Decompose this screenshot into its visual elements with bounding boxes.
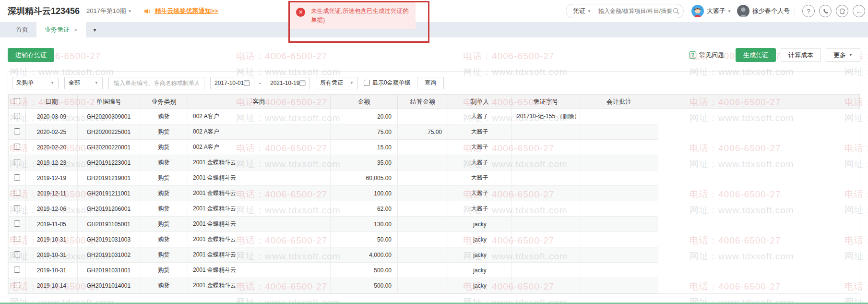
checkbox[interactable]: [364, 80, 370, 86]
inventory-voucher-button[interactable]: 进销存凭证: [8, 48, 54, 62]
accounting-period-select[interactable]: 2017年第10期▼: [86, 7, 131, 15]
global-search[interactable]: 凭证▼: [566, 4, 684, 18]
row-filler: [658, 217, 860, 232]
cell-amount: 75.00: [331, 124, 398, 140]
calc-cost-button[interactable]: 计算成本: [781, 48, 821, 62]
row-filler: [658, 201, 860, 217]
row-select-cell: [9, 124, 26, 140]
column-header-0: 日期: [26, 95, 78, 109]
row-select-cell: [9, 232, 26, 247]
cell-voucher_no: [512, 247, 580, 263]
row-checkbox[interactable]: [14, 113, 20, 119]
row-select-cell: [9, 263, 26, 278]
cell-note: [580, 109, 658, 124]
cell-customer: 002 A客户: [188, 140, 331, 155]
row-select-cell: [9, 155, 26, 170]
search-input[interactable]: [598, 8, 673, 14]
phone-icon[interactable]: [819, 5, 832, 17]
table-row: 2019-12-23GH20191223001购货2001 金蝶精斗云35.00…: [9, 155, 860, 170]
row-filler: [658, 186, 860, 201]
cell-amount: 100.00: [331, 186, 398, 201]
error-message: 未生成凭证,所选包含已生成过凭证的单据): [311, 7, 409, 25]
tab-home[interactable]: 首页: [8, 22, 36, 37]
cell-biz_type: 购货: [140, 170, 188, 186]
row-checkbox[interactable]: [14, 174, 20, 181]
column-header-1: 单据编号: [78, 95, 140, 109]
shirt-icon[interactable]: [836, 5, 848, 17]
cell-doc_no: GH20191031003: [78, 232, 140, 247]
cell-note: [580, 140, 658, 155]
search-icon[interactable]: [673, 8, 680, 15]
row-checkbox[interactable]: [14, 220, 20, 227]
keyword-input[interactable]: [108, 77, 204, 89]
error-toast: ✕ 未生成凭证,所选包含已生成过凭证的单据): [290, 2, 416, 29]
cell-voucher_no: 201710-记-155 （删除）: [512, 109, 580, 124]
toolbar: 进销存凭证 ? 常见问题 生成凭证 计算成本 更多▼: [0, 37, 868, 62]
company-name: 深圳精斗云123456: [8, 5, 80, 17]
row-checkbox[interactable]: [14, 190, 20, 196]
query-button[interactable]: 查询: [417, 77, 444, 89]
content-panel: 采购单▼ 全部▼ 2017-10-01 - 2021-10-19 所有凭证▼ 显…: [8, 71, 860, 294]
cell-customer: 002 A客户: [188, 124, 331, 140]
cell-biz_type: 购货: [140, 263, 188, 278]
row-checkbox[interactable]: [14, 205, 20, 211]
filter-bar: 采购单▼ 全部▼ 2017-10-01 - 2021-10-19 所有凭证▼ 显…: [8, 72, 860, 94]
faq-link[interactable]: ? 常见问题: [689, 51, 724, 60]
table-row: 2019-12-06GH20191206001购货2001 金蝶精斗云62.00…: [9, 201, 860, 217]
cell-settled: [398, 155, 448, 170]
date-to-input[interactable]: 2021-10-19: [266, 77, 310, 89]
row-checkbox[interactable]: [14, 128, 20, 134]
row-checkbox[interactable]: [14, 251, 20, 257]
row-checkbox[interactable]: [14, 144, 20, 150]
tab-business-voucher[interactable]: 业务凭证 ×: [36, 22, 86, 37]
column-header-8: 会计批注: [580, 95, 658, 109]
cell-settled: [398, 247, 448, 263]
user-secondary-name: 徐少春个人号: [752, 7, 790, 15]
show-zero-checkbox[interactable]: 显示0金额单据: [364, 79, 410, 87]
date-from-input[interactable]: 2017-10-01: [210, 77, 254, 89]
generate-voucher-button[interactable]: 生成凭证: [736, 48, 776, 62]
doc-type-select[interactable]: 采购单▼: [12, 77, 59, 89]
more-button[interactable]: 更多▼: [826, 48, 860, 62]
cell-customer: 2001 金蝶精斗云: [188, 263, 331, 278]
cell-customer: 2001 金蝶精斗云: [188, 278, 331, 293]
category-select[interactable]: 全部▼: [64, 77, 103, 89]
date-range-dash: -: [259, 80, 261, 86]
select-all-checkbox[interactable]: [14, 98, 20, 104]
cell-settled: [398, 140, 448, 155]
help-icon[interactable]: ?: [802, 5, 815, 17]
voucher-state-select[interactable]: 所有凭证▼: [316, 77, 358, 89]
promo-link[interactable]: 精斗云续签优惠通知>>: [155, 7, 218, 15]
annotation-rectangle: ✕ 未生成凭证,所选包含已生成过凭证的单据): [288, 1, 429, 43]
cell-voucher_no: [512, 186, 580, 201]
select-all-cell: [9, 95, 26, 109]
close-icon[interactable]: ×: [74, 26, 78, 34]
cell-note: [580, 124, 658, 140]
cell-biz_type: 购货: [140, 155, 188, 170]
row-checkbox[interactable]: [14, 282, 20, 288]
row-checkbox[interactable]: [14, 159, 20, 165]
cell-note: [580, 155, 658, 170]
table-row: 2019-11-05GH20191105001购货2001 金蝶精斗云130.0…: [9, 217, 860, 232]
cell-voucher_no: [512, 124, 580, 140]
cell-note: [580, 278, 658, 293]
row-checkbox[interactable]: [14, 267, 20, 273]
cell-settled: [398, 263, 448, 278]
column-header-3: 客商: [188, 95, 331, 109]
back-icon[interactable]: ←: [853, 5, 865, 17]
user-menu-primary[interactable]: 大酱子 ▼: [691, 5, 731, 17]
search-category-select[interactable]: 凭证▼: [573, 7, 591, 15]
cell-amount: 35.00: [331, 155, 398, 170]
faq-label: 常见问题: [699, 51, 724, 60]
user-menu-secondary[interactable]: 徐少春个人号: [737, 5, 790, 17]
cell-date: 2019-12-19: [26, 170, 78, 186]
tab-list-dropdown[interactable]: ▼: [86, 22, 102, 37]
cell-maker: jacky: [448, 263, 512, 278]
row-checkbox[interactable]: [14, 236, 20, 242]
documents-table: 日期单据编号业务类别客商金额结算金额制单人凭证字号会计批注 2020-03-09…: [8, 94, 860, 293]
column-header-2: 业务类别: [140, 95, 188, 109]
cell-settled: [398, 278, 448, 293]
chevron-down-icon: ▼: [128, 9, 131, 13]
calendar-icon: [244, 80, 250, 86]
cell-maker: 大酱子: [448, 124, 512, 140]
